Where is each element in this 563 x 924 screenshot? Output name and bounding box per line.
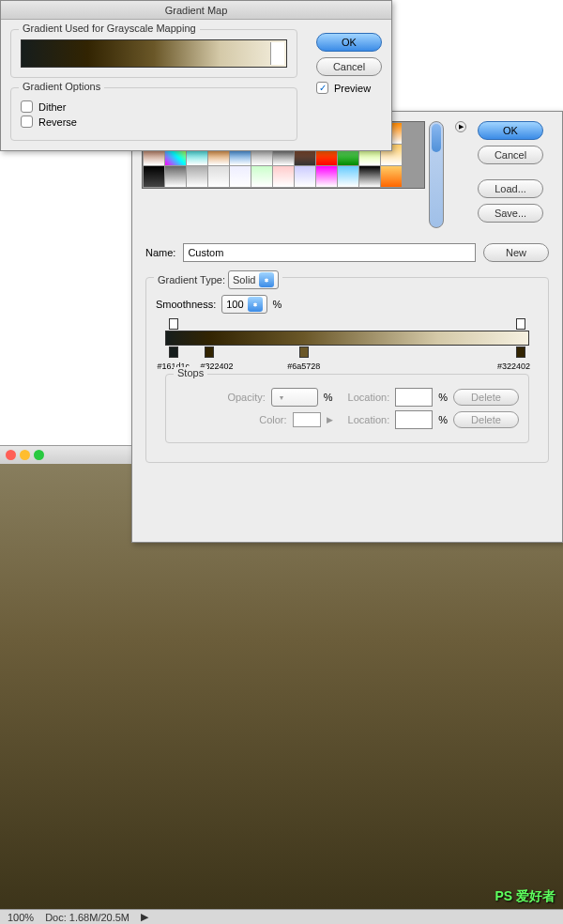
delete-opacity-stop-button[interactable]: Delete — [453, 389, 519, 406]
stops-group: Stops Opacity: ▾ % Location: % Delete Co… — [165, 374, 529, 443]
gradient-map-button-column: OK Cancel ✓ Preview — [307, 20, 391, 150]
type-label: Gradient Type: — [158, 274, 225, 285]
save-button[interactable]: Save... — [478, 204, 543, 223]
preset-scrollbar[interactable] — [429, 121, 444, 228]
gradient-editor-dialog: ▶ OK Cancel Load... Save... Name: New Gr… — [131, 111, 563, 543]
percent-label: % — [438, 414, 448, 425]
preset-swatch[interactable] — [316, 166, 337, 187]
color-label: Color: — [259, 414, 286, 425]
gradient-used-title: Gradient Used for Grayscale Mapping — [19, 23, 200, 34]
ok-button[interactable]: OK — [478, 121, 543, 140]
color-well[interactable] — [293, 412, 321, 427]
color-stop[interactable] — [516, 346, 525, 358]
preset-swatch[interactable] — [251, 166, 272, 187]
opacity-location-input[interactable] — [395, 388, 433, 407]
preview-checkbox[interactable]: ✓ — [316, 82, 328, 94]
new-button[interactable]: New — [483, 243, 549, 262]
name-input[interactable] — [183, 243, 476, 262]
location-label: Location: — [348, 392, 390, 403]
opacity-label: Opacity: — [227, 392, 265, 403]
location-label: Location: — [348, 414, 390, 425]
dropdown-arrow-icon — [259, 272, 274, 287]
reverse-checkbox[interactable] — [21, 116, 33, 128]
gradient-used-group: Gradient Used for Grayscale Mapping — [10, 29, 297, 78]
watermark-text: PS 爱好者 — [495, 888, 555, 905]
cancel-button[interactable]: Cancel — [478, 146, 543, 164]
percent-label: % — [273, 299, 282, 310]
doc-size: Doc: 1.68M/20.5M — [45, 912, 129, 923]
color-location-input[interactable] — [395, 410, 433, 429]
color-stop[interactable] — [299, 346, 309, 358]
preset-swatch[interactable] — [295, 166, 315, 187]
type-value: Solid — [233, 274, 255, 285]
color-arrow-icon[interactable]: ▶ — [327, 415, 333, 424]
load-button[interactable]: Load... — [478, 179, 543, 198]
gradient-options-group: Gradient Options Dither Reverse — [10, 87, 297, 141]
stops-title: Stops — [174, 367, 207, 378]
reverse-label: Reverse — [38, 116, 77, 128]
color-stop[interactable] — [169, 346, 178, 358]
percent-label: % — [438, 392, 448, 403]
editor-button-column: OK Cancel Load... Save... — [478, 121, 553, 228]
name-label: Name: — [145, 247, 175, 258]
stop-hex: #6a5728 — [287, 362, 320, 371]
smoothness-value: 100 — [226, 299, 243, 310]
smoothness-label: Smoothness: — [156, 299, 216, 310]
zoom-level: 100% — [8, 912, 34, 923]
preset-swatch[interactable] — [381, 166, 402, 187]
smoothness-input[interactable]: 100 — [221, 295, 266, 314]
opacity-stop[interactable] — [516, 318, 525, 330]
cancel-button[interactable]: Cancel — [316, 57, 382, 76]
gradient-dropdown-arrow-icon[interactable] — [274, 51, 282, 56]
close-window-icon[interactable] — [6, 450, 16, 460]
preview-label: Preview — [334, 83, 371, 94]
preset-swatch[interactable] — [144, 166, 164, 187]
preset-swatch[interactable] — [165, 166, 186, 187]
opacity-input[interactable]: ▾ — [271, 388, 318, 407]
opacity-stop[interactable] — [169, 318, 178, 330]
gradient-map-titlebar: Gradient Map — [1, 1, 391, 20]
stop-hex: #322402 — [497, 362, 530, 371]
delete-color-stop-button[interactable]: Delete — [453, 411, 519, 428]
preset-swatch[interactable] — [187, 166, 207, 187]
preset-swatch[interactable] — [230, 166, 251, 187]
gradient-options-title: Gradient Options — [19, 81, 104, 92]
gradient-bar[interactable]: #161d1c #322402 #6a5728 #322402 — [165, 331, 529, 346]
minimize-window-icon[interactable] — [20, 450, 30, 460]
preset-swatch[interactable] — [208, 166, 229, 187]
color-stop[interactable] — [205, 346, 214, 358]
status-bar: 100% Doc: 1.68M/20.5M ▶ — [0, 909, 563, 924]
zoom-window-icon[interactable] — [34, 450, 44, 460]
percent-label: % — [324, 392, 333, 403]
ok-button[interactable]: OK — [316, 33, 382, 52]
preset-swatch[interactable] — [338, 166, 358, 187]
status-arrow-icon[interactable]: ▶ — [141, 911, 148, 923]
dither-label: Dither — [38, 101, 66, 113]
dropdown-arrow-icon — [248, 297, 263, 312]
gradient-type-dropdown[interactable]: Solid — [228, 270, 279, 289]
preset-swatch[interactable] — [273, 166, 294, 187]
gradient-map-dialog: Gradient Map Gradient Used for Grayscale… — [0, 0, 392, 151]
gradient-preview[interactable] — [21, 39, 287, 68]
dither-checkbox[interactable] — [21, 100, 33, 113]
preset-swatch[interactable] — [359, 166, 380, 187]
flyout-menu-icon[interactable]: ▶ — [455, 121, 466, 132]
